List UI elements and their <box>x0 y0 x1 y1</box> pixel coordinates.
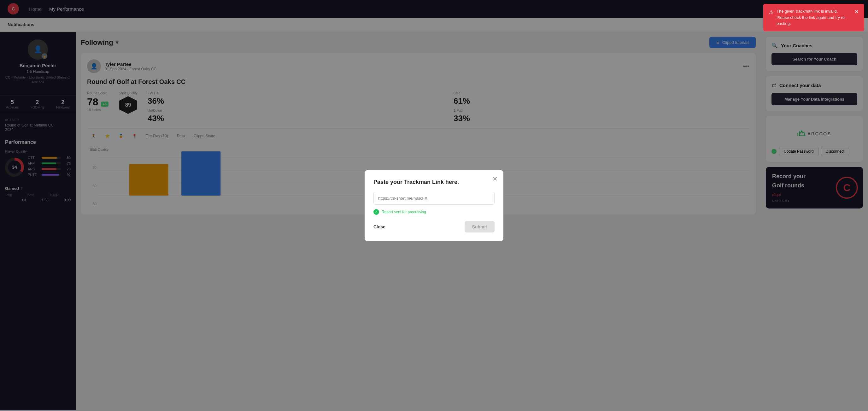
success-checkmark-icon: ✓ <box>373 209 379 215</box>
toast-warning-icon: ⚠ <box>769 8 773 16</box>
modal-close-x-btn[interactable]: ✕ <box>492 175 498 183</box>
toast-message: The given trackman link is invalid. Plea… <box>777 8 851 27</box>
modal-overlay: Paste your Trackman Link here. ✕ ✓ Repor… <box>0 0 868 411</box>
error-toast: ⚠ The given trackman link is invalid. Pl… <box>763 4 864 31</box>
trackman-modal: Paste your Trackman Link here. ✕ ✓ Repor… <box>365 170 503 241</box>
modal-title: Paste your Trackman Link here. <box>373 179 495 186</box>
success-text: Report sent for processing <box>382 210 426 214</box>
trackman-link-input[interactable] <box>373 192 495 205</box>
modal-actions: Close Submit <box>373 221 495 232</box>
modal-success-message: ✓ Report sent for processing <box>373 209 495 215</box>
toast-close-btn[interactable]: ✕ <box>855 8 859 16</box>
modal-submit-btn[interactable]: Submit <box>465 221 495 232</box>
modal-close-btn[interactable]: Close <box>373 222 385 232</box>
